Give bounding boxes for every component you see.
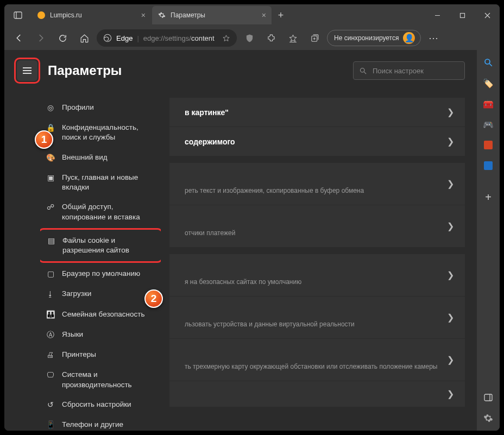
phone-icon: 📱	[46, 420, 55, 430]
window-controls	[425, 4, 500, 26]
svg-line-14	[489, 64, 492, 66]
sidebar-games-icon[interactable]: 🎮	[482, 118, 494, 130]
home-button[interactable]	[75, 29, 93, 47]
sidebar-outlook-icon[interactable]	[482, 160, 494, 172]
sidebar-toolbox-icon[interactable]: 🧰	[482, 98, 494, 110]
chevron-right-icon: ❯	[447, 355, 454, 365]
sync-label: Не синхронизируется	[334, 34, 399, 42]
settings-row[interactable]: я на безопасных сайтах по умолчанию❯	[169, 254, 465, 297]
annotation-2: 2	[144, 289, 163, 308]
sidebar-office-icon[interactable]	[482, 139, 494, 151]
sidebar-highlight: ▤Файлы cookie и разрешения сайтов	[40, 228, 161, 263]
new-tab-button[interactable]: +	[273, 7, 289, 23]
favorites-button[interactable]	[284, 29, 302, 47]
sidebar-collapse-icon[interactable]	[482, 392, 494, 404]
row-title	[185, 308, 187, 317]
sidebar-item-phone[interactable]: 📱Телефон и другие устройства	[40, 415, 161, 431]
settings-search[interactable]: Поиск настроек	[353, 61, 465, 80]
chevron-right-icon: ❯	[447, 136, 454, 147]
url-bright: content	[191, 34, 215, 42]
sidebar-item-label: Конфиденциальность, поиск и службы	[62, 123, 155, 142]
settings-row[interactable]: ❯	[169, 381, 465, 407]
hamburger-icon	[22, 67, 32, 74]
tab-strip: Lumpics.ru × Параметры × +	[4, 4, 425, 26]
window-icon: ▣	[46, 173, 55, 183]
row-title	[185, 390, 187, 399]
settings-row[interactable]: реть текст и изображения, скопированные …	[169, 163, 465, 205]
forward-button[interactable]	[32, 29, 50, 47]
sidebar-item-cookies[interactable]: ▤Файлы cookie и разрешения сайтов	[41, 231, 160, 260]
sidebar-tag-icon[interactable]: 🏷️	[482, 77, 494, 89]
sidebar-item-start[interactable]: ▣Пуск, главная и новые вкладки	[40, 168, 161, 197]
share-icon: ☍	[46, 203, 55, 212]
sidebar-add-button[interactable]: +	[482, 191, 494, 203]
back-button[interactable]	[10, 29, 28, 47]
search-icon	[359, 67, 367, 75]
annotation-1: 1	[35, 130, 53, 149]
cookie-icon: ▤	[46, 236, 56, 246]
search-placeholder: Поиск настроек	[373, 67, 424, 75]
sidebar-item-reset[interactable]: ↺Сбросить настройки	[40, 395, 161, 415]
row-subtitle: льзовать устройства и данные виртуальной…	[185, 320, 355, 328]
settings-row[interactable]: отчики платежей❯	[169, 205, 465, 248]
sidebar-item-printers[interactable]: 🖨Принтеры	[40, 345, 161, 365]
tab-actions-button[interactable]	[9, 6, 27, 24]
more-button[interactable]: ⋯	[424, 29, 443, 47]
settings-menu-button[interactable]	[17, 60, 37, 81]
sidebar-item-family[interactable]: 👪Семейная безопасность	[40, 305, 161, 325]
favicon-settings	[158, 11, 166, 20]
chevron-right-icon: ❯	[447, 107, 454, 117]
maximize-button[interactable]	[450, 4, 475, 26]
sidebar-settings-icon[interactable]	[482, 412, 494, 424]
language-icon: Ⓐ	[46, 330, 55, 340]
row-title	[185, 174, 187, 183]
sidebar-item-appearance[interactable]: 🎨Внешний вид	[40, 148, 161, 168]
settings-sidebar: ◎Профили 🔒Конфиденциальность, поиск и сл…	[40, 98, 161, 431]
shield-button[interactable]	[240, 29, 259, 47]
tab-close-button[interactable]: ×	[262, 11, 266, 19]
sidebar-item-languages[interactable]: ⒶЯзыки	[40, 325, 161, 345]
close-button[interactable]	[475, 4, 500, 26]
profile-icon: ◎	[46, 103, 55, 113]
sidebar-item-downloads[interactable]: ⭳Загрузки	[40, 284, 161, 304]
favorite-button[interactable]	[222, 34, 230, 42]
minimize-button[interactable]	[425, 4, 450, 26]
svg-rect-3	[460, 13, 464, 17]
collections-button[interactable]	[305, 29, 324, 47]
sidebar-item-label: Браузер по умолчанию	[62, 269, 140, 279]
tab-lumpics[interactable]: Lumpics.ru ×	[32, 6, 151, 24]
sidebar-item-label: Внешний вид	[62, 153, 108, 162]
page-title: Параметры	[48, 63, 122, 78]
row-title	[185, 266, 187, 274]
chevron-right-icon: ❯	[447, 179, 454, 189]
edge-icon	[103, 34, 112, 42]
printer-icon: 🖨	[46, 350, 55, 360]
sidebar-item-label: Загрузки	[62, 289, 91, 299]
sidebar-item-profiles[interactable]: ◎Профили	[40, 98, 161, 118]
row-title	[185, 350, 187, 359]
sidebar-item-share[interactable]: ☍Общий доступ, копирование и вставка	[40, 197, 161, 226]
settings-row[interactable]: содержимого❯	[169, 127, 465, 156]
sidebar-item-label: Семейная безопасность	[62, 310, 144, 319]
svg-point-20	[361, 68, 365, 72]
profile-sync-button[interactable]: Не синхронизируется 👤	[327, 30, 421, 46]
settings-row[interactable]: ть трехмерную карту окружающей обстановк…	[169, 339, 465, 381]
tab-close-button[interactable]: ×	[141, 11, 146, 19]
sidebar-item-privacy[interactable]: 🔒Конфиденциальность, поиск и службы	[40, 118, 161, 147]
sidebar-item-default-browser[interactable]: ▢Браузер по умолчанию	[40, 264, 161, 284]
extensions-button[interactable]	[262, 29, 280, 47]
content-area: Параметры Поиск настроек 1 ◎Профили 🔒Кон…	[4, 50, 477, 431]
settings-header: Параметры Поиск настроек	[4, 50, 477, 91]
sidebar-item-system[interactable]: 🖵Система и производительность	[40, 365, 161, 394]
tab-settings[interactable]: Параметры ×	[152, 6, 272, 24]
settings-row[interactable]: в картинке"❯	[169, 98, 465, 127]
row-subtitle: реть текст и изображения, скопированные …	[185, 187, 364, 194]
palette-icon: 🎨	[46, 153, 55, 163]
monitor-icon: 🖵	[46, 370, 55, 380]
browser-icon: ▢	[46, 269, 55, 279]
sidebar-search-icon[interactable]	[482, 56, 494, 68]
settings-row[interactable]: льзовать устройства и данные виртуальной…	[169, 297, 465, 339]
address-bar[interactable]: Edge | edge://settings/content	[97, 29, 237, 47]
refresh-button[interactable]	[53, 29, 72, 47]
chevron-right-icon: ❯	[447, 270, 454, 280]
